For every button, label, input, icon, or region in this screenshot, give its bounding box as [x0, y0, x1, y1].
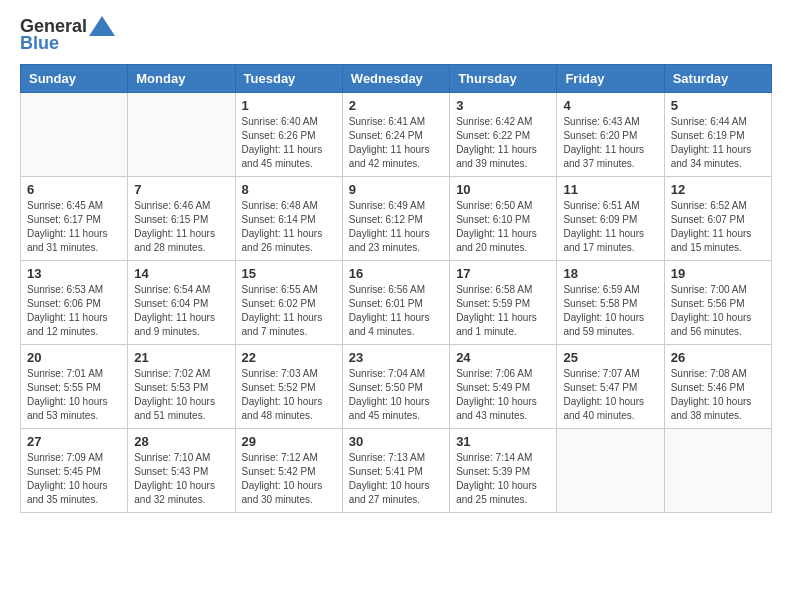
calendar-cell: 4Sunrise: 6:43 AM Sunset: 6:20 PM Daylig…	[557, 93, 664, 177]
calendar-cell: 9Sunrise: 6:49 AM Sunset: 6:12 PM Daylig…	[342, 177, 449, 261]
day-info: Sunrise: 7:00 AM Sunset: 5:56 PM Dayligh…	[671, 283, 765, 339]
calendar-cell: 31Sunrise: 7:14 AM Sunset: 5:39 PM Dayli…	[450, 429, 557, 513]
calendar-cell: 25Sunrise: 7:07 AM Sunset: 5:47 PM Dayli…	[557, 345, 664, 429]
calendar-cell: 16Sunrise: 6:56 AM Sunset: 6:01 PM Dayli…	[342, 261, 449, 345]
day-info: Sunrise: 6:40 AM Sunset: 6:26 PM Dayligh…	[242, 115, 336, 171]
day-info: Sunrise: 6:49 AM Sunset: 6:12 PM Dayligh…	[349, 199, 443, 255]
day-number: 1	[242, 98, 336, 113]
day-info: Sunrise: 7:08 AM Sunset: 5:46 PM Dayligh…	[671, 367, 765, 423]
day-info: Sunrise: 7:12 AM Sunset: 5:42 PM Dayligh…	[242, 451, 336, 507]
day-info: Sunrise: 6:50 AM Sunset: 6:10 PM Dayligh…	[456, 199, 550, 255]
day-number: 5	[671, 98, 765, 113]
day-info: Sunrise: 6:56 AM Sunset: 6:01 PM Dayligh…	[349, 283, 443, 339]
logo: General Blue	[20, 16, 115, 54]
week-row-2: 6Sunrise: 6:45 AM Sunset: 6:17 PM Daylig…	[21, 177, 772, 261]
day-number: 23	[349, 350, 443, 365]
logo-icon	[89, 16, 115, 36]
weekday-saturday: Saturday	[664, 65, 771, 93]
day-info: Sunrise: 6:55 AM Sunset: 6:02 PM Dayligh…	[242, 283, 336, 339]
calendar-cell: 14Sunrise: 6:54 AM Sunset: 6:04 PM Dayli…	[128, 261, 235, 345]
calendar-cell: 18Sunrise: 6:59 AM Sunset: 5:58 PM Dayli…	[557, 261, 664, 345]
day-info: Sunrise: 7:04 AM Sunset: 5:50 PM Dayligh…	[349, 367, 443, 423]
calendar-cell: 20Sunrise: 7:01 AM Sunset: 5:55 PM Dayli…	[21, 345, 128, 429]
week-row-4: 20Sunrise: 7:01 AM Sunset: 5:55 PM Dayli…	[21, 345, 772, 429]
day-info: Sunrise: 6:48 AM Sunset: 6:14 PM Dayligh…	[242, 199, 336, 255]
calendar-cell: 29Sunrise: 7:12 AM Sunset: 5:42 PM Dayli…	[235, 429, 342, 513]
header: General Blue	[20, 16, 772, 54]
week-row-5: 27Sunrise: 7:09 AM Sunset: 5:45 PM Dayli…	[21, 429, 772, 513]
week-row-3: 13Sunrise: 6:53 AM Sunset: 6:06 PM Dayli…	[21, 261, 772, 345]
calendar-cell: 1Sunrise: 6:40 AM Sunset: 6:26 PM Daylig…	[235, 93, 342, 177]
calendar-cell: 7Sunrise: 6:46 AM Sunset: 6:15 PM Daylig…	[128, 177, 235, 261]
day-number: 25	[563, 350, 657, 365]
day-number: 11	[563, 182, 657, 197]
day-number: 16	[349, 266, 443, 281]
calendar-cell: 21Sunrise: 7:02 AM Sunset: 5:53 PM Dayli…	[128, 345, 235, 429]
calendar-cell	[21, 93, 128, 177]
day-number: 20	[27, 350, 121, 365]
calendar-cell: 2Sunrise: 6:41 AM Sunset: 6:24 PM Daylig…	[342, 93, 449, 177]
day-info: Sunrise: 7:01 AM Sunset: 5:55 PM Dayligh…	[27, 367, 121, 423]
calendar-cell: 15Sunrise: 6:55 AM Sunset: 6:02 PM Dayli…	[235, 261, 342, 345]
calendar-cell: 5Sunrise: 6:44 AM Sunset: 6:19 PM Daylig…	[664, 93, 771, 177]
day-number: 15	[242, 266, 336, 281]
calendar-cell	[664, 429, 771, 513]
day-number: 22	[242, 350, 336, 365]
day-info: Sunrise: 6:58 AM Sunset: 5:59 PM Dayligh…	[456, 283, 550, 339]
day-info: Sunrise: 6:45 AM Sunset: 6:17 PM Dayligh…	[27, 199, 121, 255]
calendar-cell: 24Sunrise: 7:06 AM Sunset: 5:49 PM Dayli…	[450, 345, 557, 429]
weekday-monday: Monday	[128, 65, 235, 93]
day-info: Sunrise: 6:54 AM Sunset: 6:04 PM Dayligh…	[134, 283, 228, 339]
svg-marker-0	[89, 16, 115, 36]
day-info: Sunrise: 6:52 AM Sunset: 6:07 PM Dayligh…	[671, 199, 765, 255]
calendar-cell: 22Sunrise: 7:03 AM Sunset: 5:52 PM Dayli…	[235, 345, 342, 429]
day-number: 3	[456, 98, 550, 113]
day-info: Sunrise: 7:06 AM Sunset: 5:49 PM Dayligh…	[456, 367, 550, 423]
day-info: Sunrise: 6:44 AM Sunset: 6:19 PM Dayligh…	[671, 115, 765, 171]
weekday-sunday: Sunday	[21, 65, 128, 93]
day-info: Sunrise: 7:07 AM Sunset: 5:47 PM Dayligh…	[563, 367, 657, 423]
weekday-friday: Friday	[557, 65, 664, 93]
day-info: Sunrise: 6:43 AM Sunset: 6:20 PM Dayligh…	[563, 115, 657, 171]
day-number: 21	[134, 350, 228, 365]
day-number: 27	[27, 434, 121, 449]
day-info: Sunrise: 7:10 AM Sunset: 5:43 PM Dayligh…	[134, 451, 228, 507]
calendar-cell: 26Sunrise: 7:08 AM Sunset: 5:46 PM Dayli…	[664, 345, 771, 429]
week-row-1: 1Sunrise: 6:40 AM Sunset: 6:26 PM Daylig…	[21, 93, 772, 177]
calendar-cell: 28Sunrise: 7:10 AM Sunset: 5:43 PM Dayli…	[128, 429, 235, 513]
day-info: Sunrise: 7:09 AM Sunset: 5:45 PM Dayligh…	[27, 451, 121, 507]
calendar-cell: 10Sunrise: 6:50 AM Sunset: 6:10 PM Dayli…	[450, 177, 557, 261]
day-number: 17	[456, 266, 550, 281]
calendar-table: SundayMondayTuesdayWednesdayThursdayFrid…	[20, 64, 772, 513]
day-number: 29	[242, 434, 336, 449]
weekday-thursday: Thursday	[450, 65, 557, 93]
calendar-body: 1Sunrise: 6:40 AM Sunset: 6:26 PM Daylig…	[21, 93, 772, 513]
day-number: 12	[671, 182, 765, 197]
calendar-cell: 30Sunrise: 7:13 AM Sunset: 5:41 PM Dayli…	[342, 429, 449, 513]
calendar-cell	[128, 93, 235, 177]
day-info: Sunrise: 7:14 AM Sunset: 5:39 PM Dayligh…	[456, 451, 550, 507]
calendar-cell: 11Sunrise: 6:51 AM Sunset: 6:09 PM Dayli…	[557, 177, 664, 261]
day-number: 4	[563, 98, 657, 113]
calendar-cell: 6Sunrise: 6:45 AM Sunset: 6:17 PM Daylig…	[21, 177, 128, 261]
calendar-cell: 3Sunrise: 6:42 AM Sunset: 6:22 PM Daylig…	[450, 93, 557, 177]
day-number: 18	[563, 266, 657, 281]
logo-blue-text: Blue	[20, 33, 59, 54]
day-number: 30	[349, 434, 443, 449]
calendar-cell: 12Sunrise: 6:52 AM Sunset: 6:07 PM Dayli…	[664, 177, 771, 261]
day-info: Sunrise: 6:53 AM Sunset: 6:06 PM Dayligh…	[27, 283, 121, 339]
calendar-cell	[557, 429, 664, 513]
day-number: 2	[349, 98, 443, 113]
day-info: Sunrise: 7:02 AM Sunset: 5:53 PM Dayligh…	[134, 367, 228, 423]
day-number: 7	[134, 182, 228, 197]
day-number: 10	[456, 182, 550, 197]
day-info: Sunrise: 7:13 AM Sunset: 5:41 PM Dayligh…	[349, 451, 443, 507]
day-number: 14	[134, 266, 228, 281]
weekday-header-row: SundayMondayTuesdayWednesdayThursdayFrid…	[21, 65, 772, 93]
weekday-wednesday: Wednesday	[342, 65, 449, 93]
day-number: 9	[349, 182, 443, 197]
calendar-cell: 17Sunrise: 6:58 AM Sunset: 5:59 PM Dayli…	[450, 261, 557, 345]
calendar-cell: 19Sunrise: 7:00 AM Sunset: 5:56 PM Dayli…	[664, 261, 771, 345]
day-info: Sunrise: 6:41 AM Sunset: 6:24 PM Dayligh…	[349, 115, 443, 171]
calendar-cell: 8Sunrise: 6:48 AM Sunset: 6:14 PM Daylig…	[235, 177, 342, 261]
